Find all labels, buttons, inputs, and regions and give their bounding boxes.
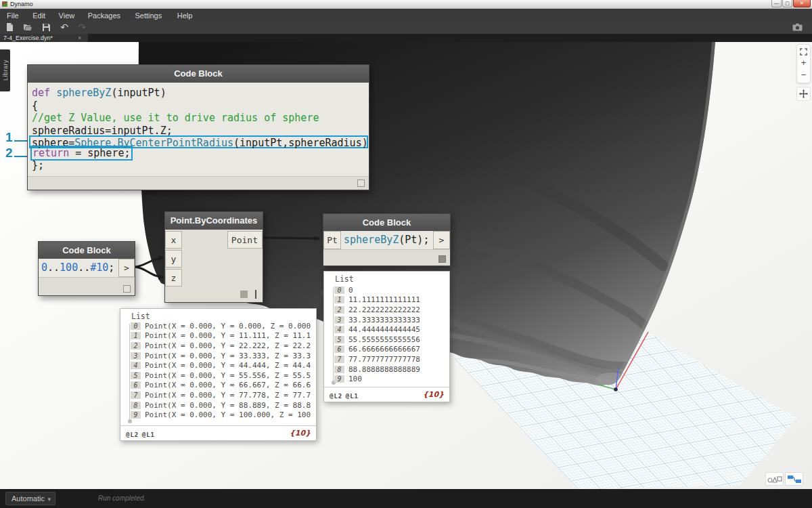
list-item: 9100 (324, 374, 449, 384)
preview-toggle[interactable] (240, 291, 248, 298)
tab-close-icon[interactable]: × (78, 34, 81, 42)
menu-bar: File Edit View Packages Settings Help (0, 9, 812, 20)
list-item: 5Point(X = 0.000, Y = 55.556, Z = 55.5 (120, 371, 316, 381)
pan-button[interactable] (796, 87, 811, 101)
code-editor[interactable]: sphereByZ(Pt); (341, 231, 433, 249)
pin-handle[interactable] (255, 290, 256, 299)
node-code-block-range[interactable]: Code Block 0..100..#10; > (38, 241, 135, 296)
list-item: 8Point(X = 0.000, Y = 88.889, Z = 88.8 (120, 400, 316, 410)
node-title[interactable]: Code Block (28, 65, 369, 83)
save-icon[interactable] (41, 22, 51, 32)
list-item: 0Point(X = 0.000, Y = 0.000, Z = 0.000 (120, 321, 316, 331)
list-header: List (335, 274, 354, 284)
list-footer: @L2 @L1 {10} (324, 387, 449, 402)
node-footer (323, 249, 450, 266)
node-footer (39, 277, 135, 295)
run-status-message: Run completed. (98, 489, 145, 508)
node-code-block-function[interactable]: Code Block def sphereByZ(inputPt){//get … (27, 64, 369, 190)
code-line: }; (32, 159, 367, 172)
chevron-down-icon: ▾ (47, 493, 51, 505)
list-item: 9Point(X = 0.000, Y = 100.000, Z = 100 (120, 410, 316, 420)
input-port-pt[interactable]: Pt (323, 231, 341, 249)
camera-icon[interactable] (792, 22, 803, 32)
list-item: 6Point(X = 0.000, Y = 66.667, Z = 66.6 (120, 381, 316, 391)
undo-icon[interactable]: ↶ (59, 22, 70, 32)
output-port-point[interactable]: Point (227, 231, 263, 249)
view-nav-controls: + − (796, 44, 811, 83)
zoom-in-button[interactable]: + (801, 58, 807, 67)
open-file-icon[interactable] (22, 22, 33, 32)
pan-icon (799, 89, 808, 98)
graph-view-button[interactable] (785, 472, 803, 486)
output-port[interactable]: > (118, 259, 135, 277)
tab-exercise[interactable]: 7-4_Exercise.dyn* (0, 34, 88, 42)
node-title[interactable]: Point.ByCoordinates (165, 212, 263, 230)
redo-icon[interactable]: ↷ (76, 22, 87, 32)
zoom-out-button[interactable]: − (801, 70, 807, 79)
list-count: {10} (423, 390, 444, 399)
list-header: List (131, 312, 150, 321)
status-bar: Automatic ▾ Run completed. (0, 489, 812, 508)
output-port[interactable]: > (433, 231, 450, 249)
preview-checkbox[interactable] (123, 285, 131, 293)
code-line: def sphereByZ(inputPt) (32, 87, 367, 100)
lacing-l1[interactable]: @L1 (346, 393, 359, 400)
input-port-x[interactable]: x (165, 231, 182, 249)
lacing-l2[interactable]: @L2 (126, 431, 139, 438)
callout-1-line (14, 140, 27, 142)
preview-checkbox[interactable] (357, 179, 365, 187)
window-title: Dynamo (10, 0, 33, 9)
list-item: 777.7777777777778 (324, 354, 449, 364)
list-item: 111.1111111111111 (324, 295, 449, 305)
list-rows: 0Point(X = 0.000, Y = 0.000, Z = 0.0001P… (120, 321, 316, 420)
tab-bar: 7-4_Exercise.dyn* × (0, 34, 812, 42)
code-editor[interactable]: 0..100..#10; (39, 259, 118, 277)
graph-canvas[interactable]: Library 1 2 Code Block def sphereByZ(inp… (0, 42, 812, 489)
fit-view-icon[interactable] (800, 48, 807, 56)
list-item: 3Point(X = 0.000, Y = 33.333, Z = 33.3 (120, 351, 316, 361)
close-icon[interactable]: ✕ (793, 0, 811, 7)
node-title[interactable]: Code Block (39, 242, 135, 259)
list-preview-values: List 00111.1111111111111222.222222222222… (323, 271, 450, 402)
preview-checkbox[interactable] (438, 255, 446, 263)
list-count: {10} (290, 429, 311, 438)
list-preview-points: List 0Point(X = 0.000, Y = 0.000, Z = 0.… (120, 308, 317, 441)
toolbar: ↶ ↷ (0, 20, 812, 34)
list-item: 666.6666666666667 (324, 345, 449, 355)
callout-1: 1 (5, 130, 13, 145)
input-port-y[interactable]: y (165, 250, 182, 268)
list-item: 888.8888888888889 (324, 364, 449, 375)
new-file-icon[interactable] (4, 22, 15, 32)
list-item: 222.2222222222222 (324, 305, 449, 315)
title-bar: Dynamo — ▢ ✕ (0, 0, 812, 9)
callout-2-line (14, 156, 27, 157)
list-item: 4Point(X = 0.000, Y = 44.444, Z = 44.4 (120, 360, 316, 371)
graph-view-icon (787, 475, 802, 484)
node-footer (28, 176, 369, 190)
code-line: { (32, 100, 367, 112)
list-item: 00 (324, 285, 449, 295)
list-item: 444.4444444444445 (324, 324, 449, 335)
list-rows: 00111.1111111111111222.2222222222222333.… (324, 285, 449, 384)
minimize-icon[interactable]: — (771, 0, 782, 7)
input-port-z[interactable]: z (165, 269, 182, 287)
node-point-bycoordinates[interactable]: Point.ByCoordinates x y z Point (164, 211, 263, 303)
maximize-icon[interactable]: ▢ (782, 0, 792, 7)
dynamo-window: Dynamo — ▢ ✕ File Edit View Packages Set… (0, 0, 812, 508)
lacing-l1[interactable]: @L1 (142, 431, 155, 438)
app-logo-icon (2, 1, 7, 7)
library-label: Library (2, 60, 9, 81)
run-mode-value: Automatic (12, 494, 45, 503)
library-panel-tab[interactable]: Library (0, 49, 10, 91)
node-title[interactable]: Code Block (323, 214, 450, 231)
geometry-view-button[interactable] (765, 472, 784, 486)
code-editor[interactable]: def sphereByZ(inputPt){//get Z Value, us… (28, 83, 369, 176)
lacing-l2[interactable]: @L2 (330, 393, 342, 400)
list-item: 1Point(X = 0.000, Y = 11.111, Z = 11.1 (120, 331, 316, 341)
run-mode-dropdown[interactable]: Automatic ▾ (5, 492, 55, 505)
list-footer: @L2 @L1 {10} (120, 425, 316, 440)
list-item: 333.3333333333333 (324, 315, 449, 325)
list-item: 555.5555555555556 (324, 335, 449, 345)
node-code-block-call[interactable]: Code Block Pt sphereByZ(Pt); > (323, 213, 451, 266)
list-item: 2Point(X = 0.000, Y = 22.222, Z = 22.2 (120, 341, 316, 351)
